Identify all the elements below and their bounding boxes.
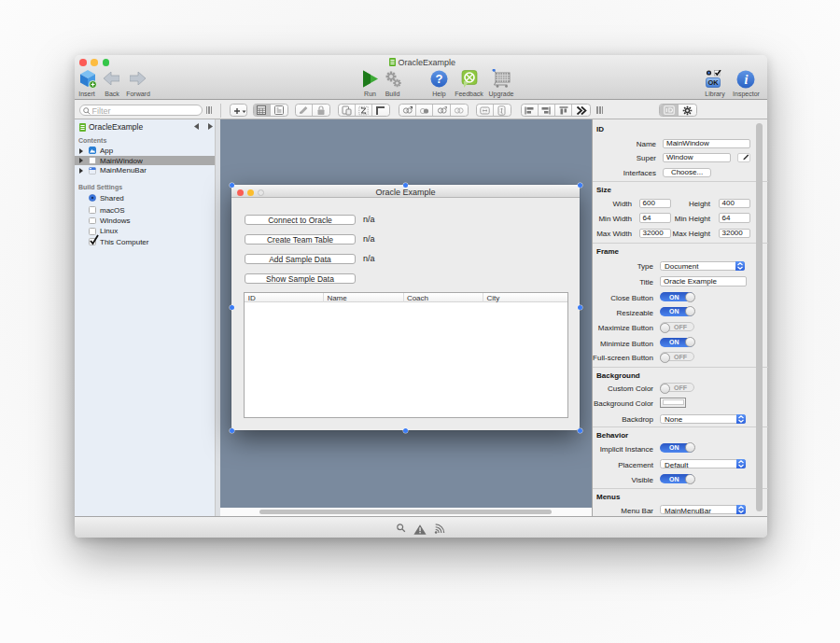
svg-text:OK: OK (707, 78, 719, 87)
svg-text:i: i (745, 73, 749, 87)
svg-text:?: ? (436, 72, 443, 86)
